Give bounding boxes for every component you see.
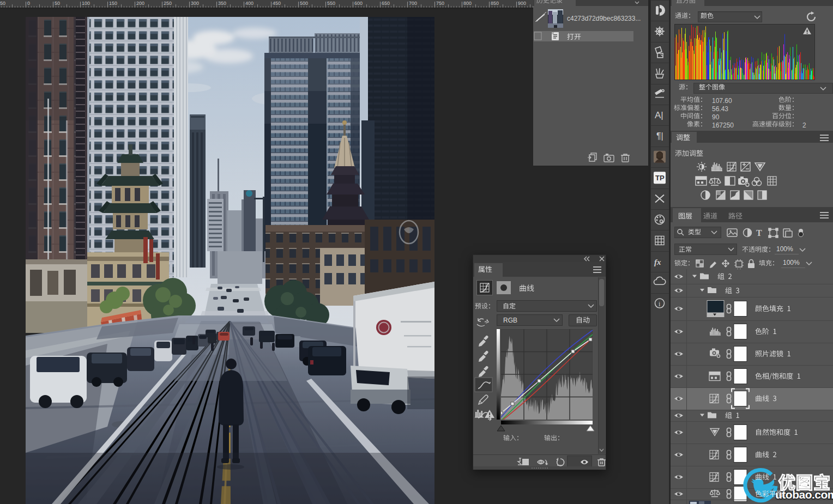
svg-text:¶|: ¶| bbox=[656, 131, 663, 141]
svg-text:TP: TP bbox=[655, 174, 665, 182]
svg-text:900: 900 bbox=[518, 1, 526, 6]
svg-text:600: 600 bbox=[354, 1, 363, 6]
svg-text:50: 50 bbox=[55, 1, 60, 6]
svg-text:300: 300 bbox=[191, 1, 199, 6]
svg-text:A|: A| bbox=[655, 110, 663, 120]
svg-text:100: 100 bbox=[82, 1, 90, 6]
svg-text:650: 650 bbox=[382, 1, 390, 6]
svg-text:450: 450 bbox=[273, 1, 281, 6]
svg-text:700: 700 bbox=[409, 1, 417, 6]
svg-text:350: 350 bbox=[218, 1, 226, 6]
svg-text:i: i bbox=[659, 300, 661, 308]
svg-text:0: 0 bbox=[27, 1, 30, 6]
svg-text:750: 750 bbox=[436, 1, 444, 6]
svg-text:800: 800 bbox=[463, 1, 472, 6]
svg-text:150: 150 bbox=[109, 1, 117, 6]
svg-text:550: 550 bbox=[327, 1, 335, 6]
svg-text:850: 850 bbox=[491, 1, 499, 6]
svg-text:fx: fx bbox=[654, 258, 661, 266]
svg-text:400: 400 bbox=[245, 1, 253, 6]
svg-text:500: 500 bbox=[300, 1, 308, 6]
svg-text:250: 250 bbox=[164, 1, 172, 6]
svg-text:utobao.com: utobao.com bbox=[775, 488, 833, 501]
svg-text:200: 200 bbox=[136, 1, 144, 6]
svg-text:50: 50 bbox=[0, 1, 5, 6]
svg-text:T: T bbox=[756, 228, 762, 238]
